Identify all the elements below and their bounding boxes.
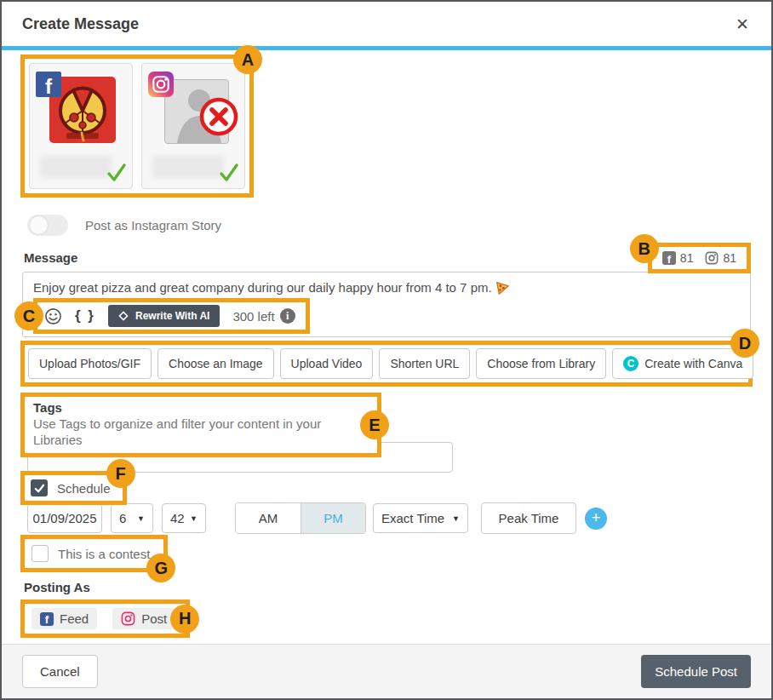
selected-check-icon xyxy=(106,163,127,183)
annotation-box-d: D Upload Photos/GIF Choose an Image Uplo… xyxy=(20,341,753,387)
checkmark-icon xyxy=(34,483,45,494)
tags-label: Tags xyxy=(33,399,369,416)
upload-video-button[interactable]: Upload Video xyxy=(280,348,374,379)
annotation-box-f: F Schedule xyxy=(20,471,127,505)
button-label: Upload Video xyxy=(291,357,363,370)
annotation-box-b: B f 81 81 xyxy=(648,243,751,273)
choose-an-image-button[interactable]: Choose an Image xyxy=(157,348,274,379)
annotation-box-c: C { } Rewrite With AI 300 left i xyxy=(33,298,310,334)
annotation-badge-c: C xyxy=(14,301,43,330)
facebook-icon: f xyxy=(36,72,61,97)
choose-from-library-button[interactable]: Choose from Library xyxy=(476,348,606,379)
posting-as-label: Posting As xyxy=(24,580,90,594)
rewrite-with-ai-button[interactable]: Rewrite With AI xyxy=(108,305,220,327)
characters-remaining: 300 left i xyxy=(232,308,295,324)
button-label: Shorten URL xyxy=(390,357,459,370)
minute-value: 42 xyxy=(170,511,185,525)
instagram-count-value: 81 xyxy=(723,251,736,265)
info-icon[interactable]: i xyxy=(280,308,295,324)
dialog-header: Create Message ✕ xyxy=(2,2,771,46)
chevron-down-icon: ▼ xyxy=(190,514,198,523)
dialog-footer: Cancel Schedule Post xyxy=(2,644,771,698)
annotation-box-e: E Tags Use Tags to organize and filter y… xyxy=(20,393,381,457)
chevron-down-icon: ▼ xyxy=(452,514,460,523)
instagram-story-toggle[interactable] xyxy=(27,215,68,236)
annotation-badge-a: A xyxy=(233,45,262,74)
chevron-down-icon: ▼ xyxy=(137,514,145,523)
upload-photos-gif-button[interactable]: Upload Photos/GIF xyxy=(28,348,152,379)
account-name-redacted xyxy=(40,156,112,178)
schedule-post-button[interactable]: Schedule Post xyxy=(641,655,751,688)
selected-check-icon xyxy=(219,163,239,183)
message-textarea[interactable]: Enjoy great pizza and great company duri… xyxy=(22,272,751,337)
message-label: Message xyxy=(24,250,77,265)
instagram-avatar-placeholder xyxy=(164,79,229,144)
account-tile-facebook[interactable]: f xyxy=(29,63,133,189)
hour-select[interactable]: 6 ▼ xyxy=(111,503,153,533)
facebook-feed-chip[interactable]: f Feed xyxy=(31,608,97,629)
chip-label: Post xyxy=(141,611,167,626)
date-input[interactable] xyxy=(27,503,102,533)
create-message-dialog: Create Message ✕ A f xyxy=(0,0,773,700)
contest-checkbox[interactable] xyxy=(31,545,49,562)
header-accent-bar xyxy=(2,46,771,50)
annotation-badge-b: B xyxy=(630,234,659,263)
message-text-content: Enjoy great pizza and great company duri… xyxy=(33,280,492,295)
cancel-button[interactable]: Cancel xyxy=(22,655,98,688)
contest-label: This is a contest xyxy=(58,547,150,561)
story-toggle-label: Post as Instagram Story xyxy=(85,218,221,232)
button-label: Create with Canva xyxy=(644,357,742,370)
chars-left-value: 300 left xyxy=(232,309,274,324)
annotation-badge-e: E xyxy=(360,410,389,439)
facebook-icon: f xyxy=(40,612,54,626)
minute-select[interactable]: 42 ▼ xyxy=(162,503,206,533)
instagram-icon xyxy=(121,611,135,626)
meridiem-segmented-control: AM PM xyxy=(235,502,366,534)
chip-label: Feed xyxy=(60,611,89,626)
time-mode-value: Exact Time xyxy=(381,511,444,525)
pizza-emoji xyxy=(495,280,510,295)
annotation-badge-d: D xyxy=(730,329,759,358)
peak-time-button[interactable]: Peak Time xyxy=(481,502,576,534)
annotation-badge-h: H xyxy=(170,605,199,634)
toggle-knob xyxy=(30,216,48,234)
pm-option-selected[interactable]: PM xyxy=(301,503,365,533)
create-with-canva-button[interactable]: C Create with Canva xyxy=(612,348,753,379)
instagram-icon xyxy=(148,72,174,97)
story-toggle-row: Post as Instagram Story xyxy=(27,215,221,236)
time-mode-select[interactable]: Exact Time ▼ xyxy=(373,503,468,533)
annotation-badge-g: G xyxy=(146,554,175,582)
schedule-label: Schedule xyxy=(57,481,111,496)
instagram-icon xyxy=(705,251,719,265)
personalize-braces-icon[interactable]: { } xyxy=(75,307,95,324)
am-option[interactable]: AM xyxy=(236,503,301,533)
close-icon[interactable]: ✕ xyxy=(736,16,749,32)
canva-icon: C xyxy=(623,356,638,371)
button-label: Choose from Library xyxy=(487,357,595,370)
message-text: Enjoy great pizza and great company duri… xyxy=(23,273,750,295)
annotation-box-a: A f xyxy=(20,55,254,198)
instagram-post-chip[interactable]: Post xyxy=(112,608,175,629)
rewrite-label: Rewrite With AI xyxy=(135,310,209,322)
account-name-redacted xyxy=(152,156,224,178)
hour-value: 6 xyxy=(119,511,126,525)
annotation-badge-f: F xyxy=(106,459,135,488)
tags-description: Use Tags to organize and filter your con… xyxy=(33,416,369,448)
facebook-count-value: 81 xyxy=(680,251,694,265)
facebook-char-count: f 81 xyxy=(662,251,694,265)
facebook-icon: f xyxy=(662,251,676,265)
emoji-picker-icon[interactable] xyxy=(44,307,62,325)
instagram-char-count: 81 xyxy=(705,251,736,265)
ai-sparkle-icon xyxy=(118,311,129,321)
button-label: Choose an Image xyxy=(169,357,263,370)
annotation-box-g: G This is a contest xyxy=(20,535,168,572)
schedule-datetime-row: 6 ▼ 42 ▼ AM PM Exact Time ▼ Peak Time + xyxy=(27,502,607,534)
page-title: Create Message xyxy=(22,15,139,33)
schedule-checkbox[interactable] xyxy=(31,479,48,496)
button-label: Upload Photos/GIF xyxy=(39,357,140,370)
account-tile-instagram[interactable] xyxy=(141,63,245,189)
shorten-url-button[interactable]: Shorten URL xyxy=(379,348,470,379)
error-badge-icon xyxy=(199,97,238,136)
annotation-box-h: H f Feed Post xyxy=(20,600,190,638)
add-time-button[interactable]: + xyxy=(585,508,607,530)
